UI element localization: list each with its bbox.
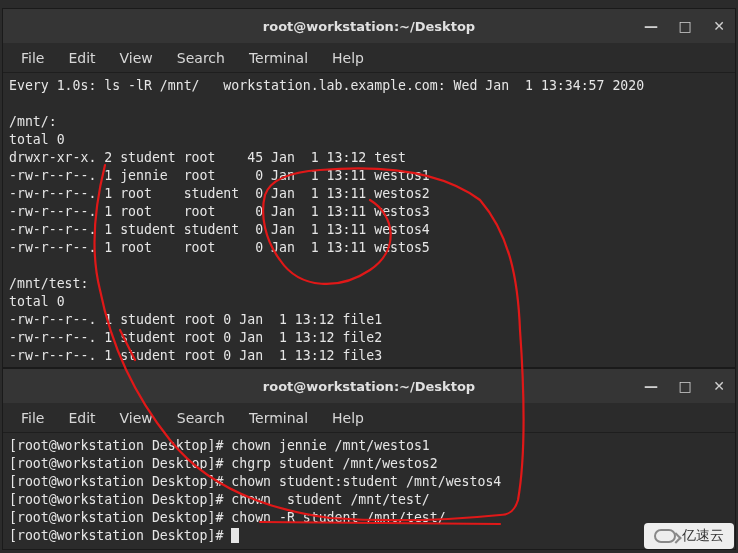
- terminal-output[interactable]: [root@workstation Desktop]# chown jennie…: [3, 433, 735, 549]
- close-button[interactable]: ✕: [709, 376, 729, 396]
- watermark-text: 亿速云: [682, 527, 724, 545]
- window-controls: — □ ✕: [641, 16, 729, 36]
- terminal-window-1: root@workstation:~/Desktop — □ ✕ File Ed…: [2, 8, 736, 368]
- menubar: File Edit View Search Terminal Help: [3, 43, 735, 73]
- window-title: root@workstation:~/Desktop: [263, 19, 475, 34]
- menu-terminal[interactable]: Terminal: [239, 406, 318, 430]
- titlebar[interactable]: root@workstation:~/Desktop — □ ✕: [3, 9, 735, 43]
- window-title: root@workstation:~/Desktop: [263, 379, 475, 394]
- window-controls: — □ ✕: [641, 376, 729, 396]
- minimize-button[interactable]: —: [641, 376, 661, 396]
- terminal-window-2: root@workstation:~/Desktop — □ ✕ File Ed…: [2, 368, 736, 550]
- menu-edit[interactable]: Edit: [58, 406, 105, 430]
- menu-file[interactable]: File: [11, 46, 54, 70]
- minimize-button[interactable]: —: [641, 16, 661, 36]
- watermark: 亿速云: [644, 523, 734, 549]
- menu-view[interactable]: View: [110, 46, 163, 70]
- maximize-button[interactable]: □: [675, 16, 695, 36]
- menu-edit[interactable]: Edit: [58, 46, 105, 70]
- menubar: File Edit View Search Terminal Help: [3, 403, 735, 433]
- menu-file[interactable]: File: [11, 406, 54, 430]
- terminal-output[interactable]: Every 1.0s: ls -lR /mnt/ workstation.lab…: [3, 73, 735, 367]
- menu-view[interactable]: View: [110, 406, 163, 430]
- menu-search[interactable]: Search: [167, 406, 235, 430]
- menu-terminal[interactable]: Terminal: [239, 46, 318, 70]
- menu-help[interactable]: Help: [322, 46, 374, 70]
- maximize-button[interactable]: □: [675, 376, 695, 396]
- menu-help[interactable]: Help: [322, 406, 374, 430]
- titlebar[interactable]: root@workstation:~/Desktop — □ ✕: [3, 369, 735, 403]
- menu-search[interactable]: Search: [167, 46, 235, 70]
- close-button[interactable]: ✕: [709, 16, 729, 36]
- cloud-icon: [654, 529, 676, 543]
